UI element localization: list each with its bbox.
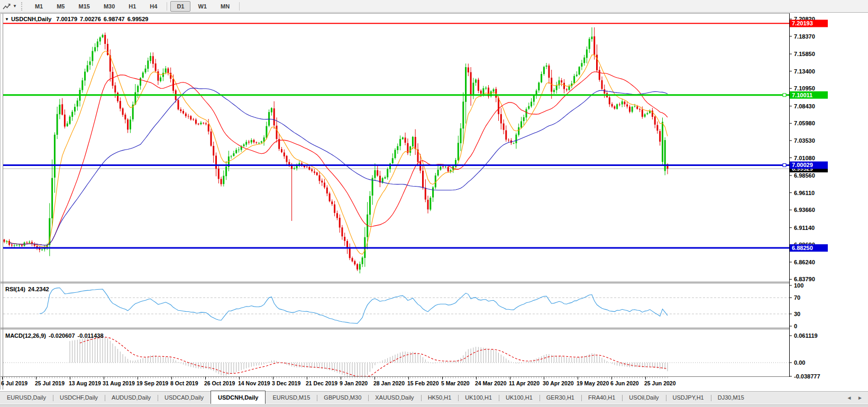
price-tick-label: 7.03530 xyxy=(794,137,815,144)
tab-ger30-h1[interactable]: GER30,H1 xyxy=(540,392,581,404)
date-tick-label: 19 Sep 2019 xyxy=(136,380,168,386)
tab-xauusd-daily[interactable]: XAUUSD,Daily xyxy=(368,392,421,404)
macd-indicator-name: MACD(12,26,9) xyxy=(5,332,46,339)
date-tick-label: 31 Aug 2019 xyxy=(103,380,135,386)
tab-usoil-daily[interactable]: USOil,Daily xyxy=(622,392,665,404)
ohlc-low: 6.98747 xyxy=(104,16,125,22)
timeframe-button-h1[interactable]: H1 xyxy=(122,1,142,12)
tab-uk100-h1[interactable]: UK100,H1 xyxy=(499,392,540,404)
chart-symbol-label: USDCNH,Daily xyxy=(11,16,51,22)
candle-wicks-up xyxy=(7,27,665,274)
tab-list: EURUSD,DailyUSDCHF,DailyAUDUSD,DailyUSDC… xyxy=(0,392,751,404)
rsi-value: 24.2342 xyxy=(28,286,49,292)
candle-bodies-down xyxy=(4,35,669,270)
date-tick-label: 15 Feb 2020 xyxy=(407,380,439,386)
chart-tabbar: EURUSD,DailyUSDCHF,DailyAUDUSD,DailyUSDC… xyxy=(0,391,868,404)
macd-tick-label: 0.00 xyxy=(794,359,805,366)
mid-support-line-handle[interactable] xyxy=(783,94,786,97)
tab-gbpusd-m30[interactable]: GBPUSD,M30 xyxy=(317,392,368,404)
price-tick-label: 7.13400 xyxy=(794,68,815,75)
price-tick-label: 7.15850 xyxy=(794,51,815,57)
rsi-indicator-name: RSI(14) xyxy=(5,286,25,292)
tab-usdjpy-h1[interactable]: USDJPY,H1 xyxy=(666,392,711,404)
date-tick-label: 6 Jul 2019 xyxy=(1,380,28,386)
ma-slow-line xyxy=(10,88,668,245)
date-tick-label: 28 Jan 2020 xyxy=(373,380,405,386)
toolbar-separator xyxy=(239,2,240,11)
tab-usdcad-daily[interactable]: USDCAD,Daily xyxy=(158,392,211,404)
macd-label: MACD(12,26,9)-0.020607-0.011438 xyxy=(5,332,106,339)
dropdown-caret-icon: ▼ xyxy=(13,4,17,8)
price-chart[interactable]: 7.208207.183707.158507.134007.109507.084… xyxy=(0,13,868,390)
timeframe-button-group: M1M5M15M30H1H4D1W1MN xyxy=(28,1,242,12)
price-tick-label: 6.93660 xyxy=(794,207,815,213)
tab-usdcnh-daily[interactable]: USDCNH,Daily xyxy=(211,391,266,404)
date-tick-label: 3 Dec 2019 xyxy=(272,380,300,386)
timeframe-button-d1[interactable]: D1 xyxy=(170,1,190,12)
date-tick-label: 30 Apr 2020 xyxy=(543,380,574,386)
timeframe-button-m1[interactable]: M1 xyxy=(29,1,49,12)
macd-tick-label: 0.061119 xyxy=(794,332,818,339)
tab-audusd-daily[interactable]: AUDUSD,Daily xyxy=(105,392,158,404)
date-tick-label: 14 Nov 2019 xyxy=(238,380,270,386)
price-tick-label: 6.83790 xyxy=(794,276,815,282)
date-tick-label: 26 Oct 2019 xyxy=(204,380,235,386)
rsi-tick-label: 100 xyxy=(794,282,803,289)
tab-eurusd-m15[interactable]: EURUSD,M15 xyxy=(266,392,317,404)
date-tick-label: 5 Mar 2020 xyxy=(441,380,470,386)
timeframe-button-mn[interactable]: MN xyxy=(214,1,236,12)
tab-dj30-m15[interactable]: DJ30,M15 xyxy=(711,392,751,404)
date-tick-label: 19 May 2020 xyxy=(577,380,609,386)
date-tick-label: 13 Aug 2019 xyxy=(69,380,101,386)
ohlc-close: 6.99529 xyxy=(127,16,149,22)
tab-usdchf-daily[interactable]: USDCHF,Daily xyxy=(53,392,105,404)
svg-text:6.88250: 6.88250 xyxy=(792,245,813,251)
toolbar-separator xyxy=(167,2,167,11)
tab-fra40-h1[interactable]: FRA40,H1 xyxy=(581,392,622,404)
timeframe-button-h4[interactable]: H4 xyxy=(143,1,163,12)
rsi-line xyxy=(40,288,668,323)
date-tick-label: 9 Jan 2020 xyxy=(340,380,368,386)
macd-tick-label: -0.038777 xyxy=(794,373,820,380)
price-tick-label: 6.96110 xyxy=(794,190,815,196)
price-tick-label: 7.08430 xyxy=(794,103,815,109)
line-chart-icon xyxy=(3,3,11,10)
date-tick-label: 24 Mar 2020 xyxy=(475,380,507,386)
ma-fast-line xyxy=(7,51,668,255)
timeframe-button-m30[interactable]: M30 xyxy=(97,1,121,12)
rsi-tick-label: 0 xyxy=(794,323,797,329)
date-tick-label: 25 Jul 2019 xyxy=(35,380,65,386)
price-tick-label: 6.98560 xyxy=(794,172,815,179)
charts-toolbar-button[interactable]: ▼ xyxy=(0,3,19,10)
toolbar: ▼ M1M5M15M30H1H4D1W1MN xyxy=(0,0,868,13)
upper-blue-support-line-handle[interactable] xyxy=(783,163,786,166)
timeframe-button-w1[interactable]: W1 xyxy=(191,1,213,12)
svg-text:7.20193: 7.20193 xyxy=(792,20,813,26)
tab-scroll-arrows: ◄ ► xyxy=(837,395,868,401)
date-tick-label: 25 Jun 2020 xyxy=(644,380,676,386)
tab-hk50-h1[interactable]: HK50,H1 xyxy=(421,392,459,404)
date-tick-label: 11 Apr 2020 xyxy=(509,380,540,386)
date-tick-label: 8 Oct 2019 xyxy=(170,380,198,386)
rsi-tick-label: 30 xyxy=(794,311,800,317)
date-tick-label: 21 Dec 2019 xyxy=(306,380,337,386)
ohlc-open: 7.00179 xyxy=(56,16,77,22)
price-tick-label: 6.91140 xyxy=(794,225,815,231)
tab-eurusd-daily[interactable]: EURUSD,Daily xyxy=(0,392,53,404)
macd-value: -0.020607 xyxy=(49,332,75,339)
svg-text:7.10011: 7.10011 xyxy=(792,92,812,98)
timeframe-button-m15[interactable]: M15 xyxy=(72,1,96,12)
price-tick-label: 7.10950 xyxy=(794,85,815,91)
price-tick-label: 7.18370 xyxy=(794,33,815,40)
svg-text:7.00029: 7.00029 xyxy=(792,162,813,168)
rsi-tick-label: 70 xyxy=(794,294,800,301)
macd-signal-value: -0.011438 xyxy=(78,332,104,339)
toolbar-grip xyxy=(21,2,24,11)
macd-signal-line xyxy=(80,337,668,376)
status-strip xyxy=(0,404,868,407)
date-tick-label: 6 Jun 2020 xyxy=(610,380,639,386)
timeframe-button-m5[interactable]: M5 xyxy=(50,1,71,12)
tab-scroll-left-icon[interactable]: ◄ xyxy=(846,395,852,401)
tab-uk100-h1[interactable]: UK100,H1 xyxy=(458,392,499,404)
tab-scroll-right-icon[interactable]: ► xyxy=(857,395,863,401)
